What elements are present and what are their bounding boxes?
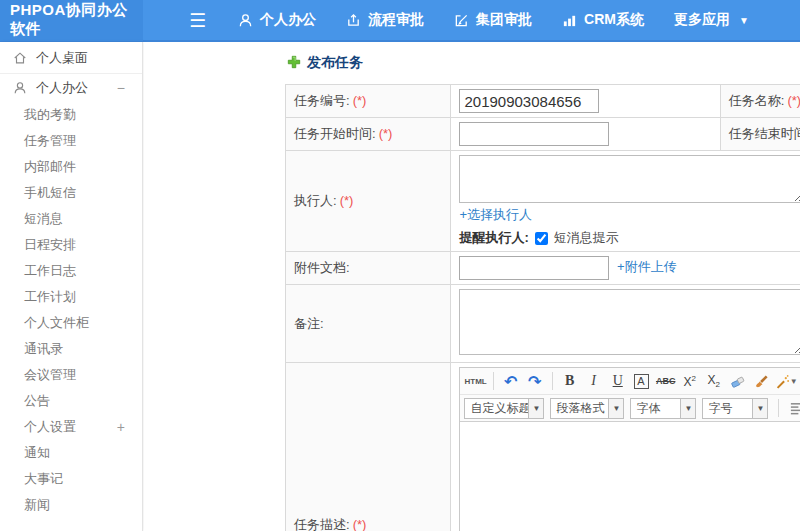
row-task-number: 任务编号:(*) 任务名称:(*) (286, 85, 800, 118)
attachment-field-cell: +附件上传 (451, 252, 800, 285)
sidebar-item-label: 大事记 (24, 470, 63, 488)
task-number-label-cell: 任务编号:(*) (286, 85, 451, 118)
row-remark: 备注: (286, 285, 800, 363)
toolbar-separator (493, 372, 494, 390)
sidebar-item-announcement[interactable]: 公告 (0, 388, 142, 414)
page-title-text: 发布任务 (307, 54, 363, 72)
remark-label-cell: 备注: (286, 285, 451, 363)
field-label: 任务编号: (294, 93, 350, 108)
sidebar-item-work-plan[interactable]: 工作计划 (0, 284, 142, 310)
task-number-input[interactable] (459, 89, 599, 113)
align-left-icon (789, 401, 800, 416)
font-size-dropdown[interactable]: 字号 ▼ (702, 398, 768, 419)
remark-field-cell (451, 285, 800, 363)
strikethrough-button[interactable]: ABC (655, 370, 677, 392)
sidebar-item-label: 新闻 (24, 496, 50, 514)
collapse-minus-icon[interactable]: − (117, 80, 125, 96)
sidebar-item-personal-desktop[interactable]: 个人桌面 (0, 42, 142, 74)
field-label: 任务结束时间: (729, 126, 800, 141)
task-form-table: 任务编号:(*) 任务名称:(*) 任务开始时间:(*) 任务结束时间:(*) (285, 84, 800, 531)
redo-button[interactable]: ↷ (524, 370, 546, 392)
custom-title-dropdown[interactable]: 自定义标题 ▼ (464, 398, 544, 419)
sidebar-item-meeting-management[interactable]: 会议管理 (0, 362, 142, 388)
executor-field-cell: +选择执行人 提醒执行人: 短消息提示 (451, 151, 800, 252)
sidebar-item-notice[interactable]: 通知 (0, 440, 142, 466)
format-brush-button[interactable] (751, 370, 773, 392)
undo-button[interactable]: ↶ (500, 370, 522, 392)
dropdown-label: 字体 (630, 398, 680, 419)
user-icon (238, 13, 253, 28)
toolbar-separator (552, 372, 553, 390)
group-approval-icon (454, 13, 469, 28)
start-time-input[interactable] (459, 122, 609, 146)
sidebar-item-internal-mail[interactable]: 内部邮件 (0, 154, 142, 180)
editor-toolbar-row1: HTML ↶ ↷ B I U A ABC X2 X2 (460, 368, 800, 395)
sidebar-item-personal-files[interactable]: 个人文件柜 (0, 310, 142, 336)
nav-label: 集团审批 (476, 11, 532, 29)
sidebar-item-news[interactable]: 新闻 (0, 492, 142, 518)
sidebar-item-label: 短消息 (24, 210, 63, 228)
underline-button[interactable]: U (607, 370, 629, 392)
sidebar-item-schedule[interactable]: 日程安排 (0, 232, 142, 258)
sidebar-item-my-attendance[interactable]: 我的考勤 (0, 102, 142, 128)
caret-down-icon: ▼ (752, 398, 768, 419)
italic-button[interactable]: I (583, 370, 605, 392)
add-plus-icon (287, 55, 301, 72)
task-number-field-cell (451, 85, 720, 118)
nav-crm-system[interactable]: CRM系统 (562, 11, 644, 29)
sidebar-item-events[interactable]: 大事记 (0, 466, 142, 492)
sidebar-item-work-log[interactable]: 工作日志 (0, 258, 142, 284)
row-description: 任务描述:(*) HTML ↶ ↷ B I U A (286, 363, 800, 531)
subscript-button[interactable]: X2 (703, 370, 725, 392)
executor-textarea[interactable] (459, 155, 800, 203)
bold-button[interactable]: B (559, 370, 581, 392)
row-start-time: 任务开始时间:(*) 任务结束时间:(*) (286, 118, 800, 151)
choose-executor-link[interactable]: +选择执行人 (459, 207, 532, 222)
hamburger-menu-icon[interactable]: ☰ (189, 11, 206, 30)
field-label: 附件文档: (294, 260, 350, 275)
paragraph-format-dropdown[interactable]: 段落格式 ▼ (550, 398, 624, 419)
toolbar-separator (778, 399, 779, 417)
sidebar-item-label: 个人设置 (24, 418, 76, 436)
caret-down-icon: ▼ (528, 398, 544, 419)
sidebar-item-task-management[interactable]: 任务管理 (0, 128, 142, 154)
eraser-button[interactable] (727, 370, 749, 392)
magic-wand-icon (775, 374, 790, 389)
magic-wand-button[interactable]: ▼ (775, 370, 798, 392)
sidebar-item-label: 个人文件柜 (24, 314, 89, 332)
nav-process-approval[interactable]: 流程审批 (346, 11, 424, 29)
nav-personal-office[interactable]: 个人办公 (238, 11, 316, 29)
font-family-dropdown[interactable]: 字体 ▼ (630, 398, 696, 419)
attachment-input[interactable] (459, 256, 609, 280)
html-source-button[interactable]: HTML (464, 370, 486, 392)
expand-plus-icon[interactable]: + (117, 419, 125, 435)
start-time-label-cell: 任务开始时间:(*) (286, 118, 451, 151)
dropdown-label: 段落格式 (550, 398, 608, 419)
required-mark: (*) (340, 193, 354, 208)
crm-chart-icon (562, 13, 577, 28)
publish-task-panel: 发布任务 任务编号:(*) 任务名称:(*) 任务开始时间:(*) (285, 52, 800, 531)
superscript-button[interactable]: X2 (679, 370, 701, 392)
sidebar-item-personal-settings[interactable]: 个人设置 + (0, 414, 142, 440)
sidebar-item-label: 通讯录 (24, 340, 63, 358)
nav-group-approval[interactable]: 集团审批 (454, 11, 532, 29)
sidebar-item-mobile-sms[interactable]: 手机短信 (0, 180, 142, 206)
nav-label: CRM系统 (584, 11, 644, 29)
editor-toolbar-row2: 自定义标题 ▼ 段落格式 ▼ 字体 ▼ (460, 395, 800, 422)
attachment-upload-link[interactable]: +附件上传 (617, 259, 677, 274)
field-label: 执行人: (294, 193, 337, 208)
font-border-button[interactable]: A (631, 370, 653, 392)
caret-down-icon: ▼ (790, 377, 798, 386)
sidebar-item-short-message[interactable]: 短消息 (0, 206, 142, 232)
nav-more-apps[interactable]: 更多应用 ▼ (674, 11, 749, 29)
sidebar-item-personal-office[interactable]: 个人办公 − (0, 74, 142, 102)
required-mark: (*) (379, 126, 393, 141)
app-logo: PHPOA协同办公软件 (0, 0, 143, 41)
sidebar-item-label: 个人桌面 (36, 49, 88, 67)
remark-textarea[interactable] (459, 289, 800, 355)
editor-content-area[interactable] (460, 422, 800, 531)
attachment-label-cell: 附件文档: (286, 252, 451, 285)
sms-remind-checkbox[interactable] (535, 232, 548, 245)
align-left-button[interactable] (785, 397, 800, 419)
sidebar-item-contacts[interactable]: 通讯录 (0, 336, 142, 362)
